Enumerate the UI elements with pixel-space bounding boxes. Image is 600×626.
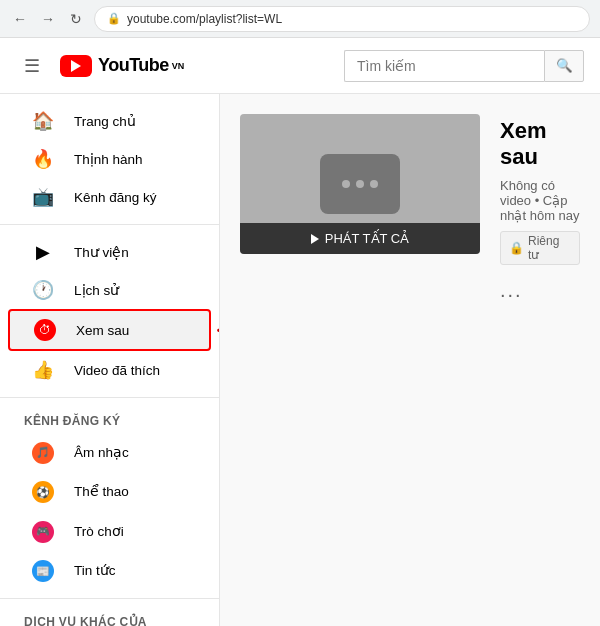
- sidebar-item-trang-chu[interactable]: 🏠 Trang chủ: [8, 102, 211, 140]
- play-all-bar[interactable]: PHÁT TẤT CẢ: [240, 223, 480, 254]
- dot-1: [342, 180, 350, 188]
- trending-icon: 🔥: [32, 148, 54, 170]
- playlist-meta: Không có video • Cập nhật hôm nay: [500, 178, 580, 223]
- sidebar-label: Video đã thích: [74, 363, 160, 378]
- privacy-badge: 🔒 Riêng tư: [500, 231, 580, 265]
- library-icon: ▶: [32, 241, 54, 263]
- sidebar-item-tro-choi[interactable]: 🎮 Trò chơi: [8, 511, 211, 551]
- sidebar-label: Tin tức: [74, 562, 116, 578]
- lock-privacy-icon: 🔒: [509, 241, 524, 255]
- playlist-thumbnail: PHÁT TẤT CẢ: [240, 114, 480, 254]
- sidebar-label: Thư viện: [74, 244, 129, 260]
- sidebar-item-am-nhac[interactable]: 🎵 Âm nhạc: [8, 432, 211, 472]
- sidebar-label: Trò chơi: [74, 523, 124, 539]
- sidebar-label: Xem sau: [76, 323, 129, 338]
- lock-icon: 🔒: [107, 12, 121, 25]
- play-all-icon: [311, 234, 319, 244]
- hamburger-button[interactable]: ☰: [16, 47, 48, 85]
- sidebar-label: Âm nhạc: [74, 444, 129, 460]
- search-bar: 🔍: [344, 50, 584, 82]
- sidebar-item-video-da-thich[interactable]: 👍 Video đã thích: [8, 351, 211, 389]
- layout: 🏠 Trang chủ 🔥 Thịnh hành 📺 Kênh đăng ký …: [0, 94, 600, 626]
- playlist-info: Xem sau Không có video • Cập nhật hôm na…: [500, 114, 580, 306]
- subscriptions-title: KÊNH ĐĂNG KÝ: [0, 406, 219, 432]
- url-text: youtube.com/playlist?list=WL: [127, 12, 282, 26]
- sidebar-item-the-thao[interactable]: ⚽ Thể thao: [8, 472, 211, 512]
- liked-videos-icon: 👍: [32, 359, 54, 381]
- am-nhac-icon: 🎵: [32, 440, 54, 464]
- search-button[interactable]: 🔍: [544, 50, 584, 82]
- sidebar-item-xem-sau[interactable]: ⏱ Xem sau: [8, 309, 211, 351]
- tin-tuc-icon: 📰: [32, 559, 54, 583]
- sidebar-label: Trang chủ: [74, 113, 136, 129]
- dot-3: [370, 180, 378, 188]
- playlist-header: PHÁT TẤT CẢ Xem sau Không có video • Cập…: [240, 114, 580, 306]
- logo-area[interactable]: YouTubeVN: [60, 55, 184, 77]
- sidebar-item-thu-vien[interactable]: ▶ Thư viện: [8, 233, 211, 271]
- play-triangle: [71, 60, 81, 72]
- sidebar-label: Kênh đăng ký: [74, 190, 157, 205]
- play-all-label: PHÁT TẤT CẢ: [325, 231, 409, 246]
- history-icon: 🕐: [32, 279, 54, 301]
- the-thao-icon: ⚽: [32, 480, 54, 504]
- logo-text: YouTube: [98, 55, 169, 76]
- subscriptions-icon: 📺: [32, 186, 54, 208]
- sidebar-item-thinh-hanh[interactable]: 🔥 Thịnh hành: [8, 140, 211, 178]
- watch-later-icon: ⏱: [34, 319, 56, 341]
- sidebar-item-lich-su[interactable]: 🕐 Lịch sử: [8, 271, 211, 309]
- divider-2: [0, 397, 219, 398]
- youtube-logo-icon: [60, 55, 92, 77]
- sidebar: 🏠 Trang chủ 🔥 Thịnh hành 📺 Kênh đăng ký …: [0, 94, 220, 626]
- main-content: PHÁT TẤT CẢ Xem sau Không có video • Cập…: [220, 94, 600, 626]
- sidebar-label: Lịch sử: [74, 282, 119, 298]
- header: ☰ YouTubeVN 🔍: [0, 38, 600, 94]
- sidebar-label: Thể thao: [74, 483, 129, 499]
- sidebar-label: Thịnh hành: [74, 151, 143, 167]
- divider-3: [0, 598, 219, 599]
- home-icon: 🏠: [32, 110, 54, 132]
- logo-vn: VN: [172, 61, 185, 71]
- reload-button[interactable]: ↻: [66, 9, 86, 29]
- services-title: DỊCH VỤ KHÁC CỦA YOUTUBE: [0, 607, 219, 626]
- sidebar-item-kenh-dang-ky[interactable]: 📺 Kênh đăng ký: [8, 178, 211, 216]
- dot-2: [356, 180, 364, 188]
- address-bar[interactable]: 🔒 youtube.com/playlist?list=WL: [94, 6, 590, 32]
- browser-chrome: ← → ↻ 🔒 youtube.com/playlist?list=WL: [0, 0, 600, 38]
- back-button[interactable]: ←: [10, 9, 30, 29]
- search-input[interactable]: [344, 50, 544, 82]
- divider-1: [0, 224, 219, 225]
- ellipsis-menu[interactable]: ...: [500, 279, 580, 302]
- tro-choi-icon: 🎮: [32, 519, 54, 543]
- playlist-title: Xem sau: [500, 118, 580, 170]
- forward-button[interactable]: →: [38, 9, 58, 29]
- thumb-inner: [320, 154, 400, 214]
- privacy-label: Riêng tư: [528, 234, 571, 262]
- sidebar-item-tin-tuc[interactable]: 📰 Tin tức: [8, 551, 211, 591]
